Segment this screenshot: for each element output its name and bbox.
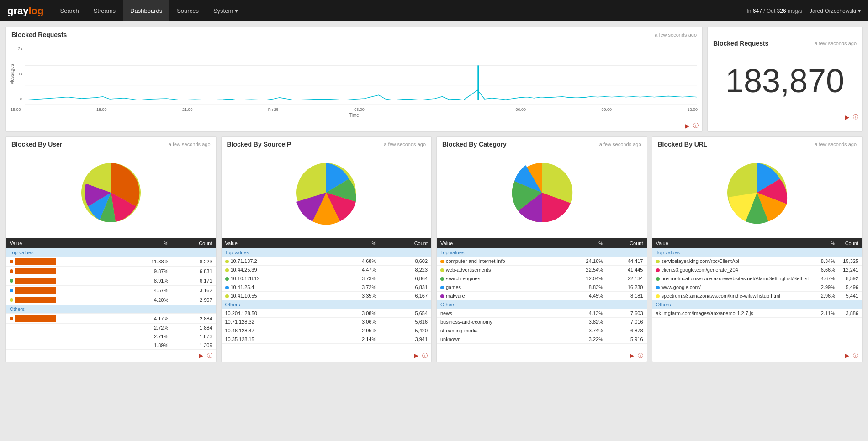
category-time: a few seconds ago [599,142,641,147]
nav-sources[interactable]: Sources [169,0,206,21]
nav-system[interactable]: System ▾ [206,0,245,21]
sourceip-table-wrapper[interactable]: Value % Count Top values 10.71.137.2 4.6… [222,238,432,350]
nav-dashboards[interactable]: Dashboards [123,0,169,21]
navbar: graylog Search Streams Dashboards Source… [0,0,868,21]
category-table-wrapper[interactable]: Value % Count Top values computer-and-in… [437,238,647,350]
category-footer: ▶ ⓘ [437,350,647,362]
table-row: games 8.83%16,230 [437,283,647,292]
bottom-row: Blocked By User a few seconds ago [5,136,863,362]
table-row: web-advertisements 22.54%41,445 [437,266,647,274]
table-row: 4.57%3,162 [6,286,216,295]
x-axis: 15:0018:0021:00Fri 2503:0006:0009:0012:0… [6,106,702,113]
sourceip-pie-chart [290,156,363,229]
table-row: ak.imgfarm.com/images/anx/anemo-1.2.7.js… [652,309,863,318]
category-title: Blocked By Category [442,141,507,148]
url-title: Blocked By URL [658,141,708,148]
table-row: 10.35.128.152.14%3,941 [222,335,432,344]
y-axis-label: Messages [10,64,15,85]
table-row: 10.204.128.503.08%5,654 [222,309,432,318]
category-others-header: Others [437,300,647,309]
play-icon-user[interactable]: ▶ [199,352,203,359]
sourceip-top-values-header: Top values [222,248,432,257]
info-icon-user[interactable]: ⓘ [207,352,212,360]
chart-title: Blocked Requests [11,31,67,38]
play-icon-category[interactable]: ▶ [630,352,634,359]
url-col-pct: % [817,238,839,248]
brand-gray: gray [7,5,28,16]
table-row: 10.71.128.323.06%5,616 [222,318,432,326]
table-row: 10.41.10.55 3.35%6,167 [222,292,432,300]
category-data-table: Value % Count Top values computer-and-in… [437,238,647,344]
count-panel-header: Blocked Requests a few seconds ago [708,36,862,51]
user-top-values-header: Top values [6,248,216,257]
nav-search[interactable]: Search [53,0,86,21]
play-icon[interactable]: ▶ [685,123,689,129]
top-row: Blocked Requests a few seconds ago 2k1k0… [5,27,863,132]
table-row: servicelayer.king.com/rpc/ClientApi 8.34… [652,257,863,266]
user-footer: ▶ ⓘ [6,350,216,362]
url-time: a few seconds ago [815,142,857,147]
out-count: 326 [777,8,786,14]
main-content: Blocked Requests a few seconds ago 2k1k0… [0,21,868,368]
table-row: 8.91%6,171 [6,276,216,286]
info-icon[interactable]: ⓘ [693,122,699,130]
chart-panel-header: Blocked Requests a few seconds ago [6,27,702,42]
user-col-count: Count [172,238,216,248]
info-icon-sourceip[interactable]: ⓘ [422,352,428,360]
table-row: unknown3.22%5,916 [437,335,647,344]
table-row: pushnotificationservice.azurewebsites.ne… [652,274,863,283]
sourceip-col-value: Value [222,238,326,248]
sourceip-footer: ▶ ⓘ [222,350,432,362]
table-row: 9.87%6,831 [6,267,216,276]
user-table-wrapper[interactable]: Value % Count Top values 11.88%8,223 [6,238,216,350]
category-top-values-header: Top values [437,248,647,257]
nav-streams[interactable]: Streams [86,0,123,21]
table-row: spectrum.s3.amazonaws.com/kindle-wifi/wi… [652,292,863,300]
table-row: 10.46.128.472.95%5,420 [222,326,432,335]
play-icon-sourceip[interactable]: ▶ [414,352,418,359]
table-row: search-engines 12.04%22,134 [437,274,647,283]
user-others-header: Others [6,305,216,314]
count-time: a few seconds ago [815,41,857,46]
brand-logo[interactable]: graylog [7,5,43,17]
blocked-by-url-panel: Blocked By URL a few seconds ago [652,136,863,362]
count-number: 183,870 [717,64,853,97]
count-footer: ▶ ⓘ [708,111,862,123]
sourceip-title: Blocked By SourceIP [227,141,291,148]
x-axis-title: Time [6,113,702,120]
table-row: news4.13%7,603 [437,309,647,318]
table-row: 10.71.137.2 4.68%8,602 [222,257,432,266]
nav-stats: In 647 / Out 326 msg/s [747,8,802,14]
url-panel-header: Blocked By URL a few seconds ago [652,137,863,152]
count-display: 183,870 [708,51,862,111]
sourceip-time: a few seconds ago [384,142,426,147]
info-icon-url[interactable]: ⓘ [853,352,858,360]
blocked-by-category-panel: Blocked By Category a few seconds ago [436,136,647,362]
play-icon-count[interactable]: ▶ [845,114,849,121]
category-pie-area [437,152,647,238]
url-pie-area [652,152,863,238]
url-pie-chart [720,156,794,229]
user-col-value: Value [6,238,120,248]
sourceip-pie-area [222,152,432,238]
nav-right: In 647 / Out 326 msg/s Jared Orzechowski [747,8,861,14]
blocked-requests-count-panel: Blocked Requests a few seconds ago 183,8… [707,27,863,132]
info-icon-category[interactable]: ⓘ [638,352,643,360]
user-data-table: Value % Count Top values 11.88%8,223 [6,238,216,350]
nav-user[interactable]: Jared Orzechowski [810,8,861,14]
table-row: 1.89%1,309 [6,341,216,349]
blocked-by-user-panel: Blocked By User a few seconds ago [5,136,217,362]
table-row: 10.10.128.12 3.73%6,864 [222,274,432,283]
url-data-table: Value % Count Top values servicelayer.ki… [652,238,863,318]
url-footer: ▶ ⓘ [652,350,863,362]
table-row: business-and-economy3.82%7,016 [437,318,647,326]
play-icon-url[interactable]: ▶ [845,352,849,359]
url-table-wrapper[interactable]: Value % Count Top values servicelayer.ki… [652,238,863,350]
info-icon-count[interactable]: ⓘ [853,113,858,121]
user-col-pct: % [120,238,172,248]
table-row: 2.71%1,873 [6,332,216,341]
table-row: clients3.google.com/generate_204 6.66%12… [652,266,863,274]
table-row: www.google.com/ 2.99%5,496 [652,283,863,292]
user-title: Blocked By User [11,141,62,148]
blocked-by-sourceip-panel: Blocked By SourceIP a few seconds ago [221,136,432,362]
